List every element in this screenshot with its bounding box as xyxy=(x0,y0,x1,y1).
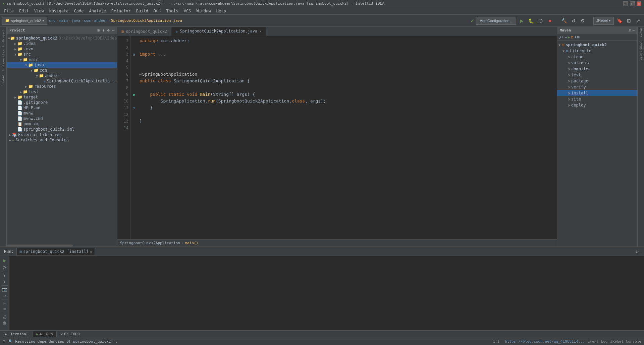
run-tab-install[interactable]: m springboot_quick2 [install] ✕ xyxy=(16,248,95,255)
menu-run[interactable]: Run xyxy=(151,8,164,14)
tree-item-pom[interactable]: 📋 pom.xml xyxy=(7,121,117,127)
tree-item-src[interactable]: ▼ 📁 src xyxy=(7,52,117,57)
jrebel-console-button[interactable]: JRebel Console xyxy=(610,339,641,344)
tree-item-iml[interactable]: 📄 springboot_quick2.iml xyxy=(7,127,117,132)
tree-item-mvn[interactable]: ▶ 📁 .mvn xyxy=(7,46,117,52)
bottom-tab-todo[interactable]: ✓ 6: TODO xyxy=(57,331,83,337)
tree-item-mvnw[interactable]: 📄 mvnw xyxy=(7,111,117,116)
run-play-button[interactable]: ▶ xyxy=(3,257,6,264)
expand-button[interactable]: ⤢ xyxy=(635,17,642,24)
project-close-icon[interactable]: — xyxy=(112,28,114,32)
debug-button[interactable]: 🐛 xyxy=(528,17,535,24)
run-split-button[interactable]: ⊢ xyxy=(3,301,6,305)
run-delete-button[interactable]: 🗑 xyxy=(3,321,7,325)
maven-lifecycle-item[interactable]: ▼ ⚙ Lifecycle xyxy=(557,48,637,54)
run-scroll-up-button[interactable]: ↑ xyxy=(3,273,6,278)
layout-button[interactable]: ⊞ xyxy=(625,17,633,24)
maven-add-icon[interactable]: + xyxy=(561,35,564,40)
maven-root-item[interactable]: ▼ m springboot_quick2 xyxy=(557,42,637,48)
setup-guide-sidebar-toggle[interactable]: Setup Guide xyxy=(639,41,643,61)
run-button[interactable]: ▶ xyxy=(518,17,526,24)
tree-item-ext-libs[interactable]: ▶ 📚 External Libraries xyxy=(7,132,117,137)
menu-tools[interactable]: Tools xyxy=(164,8,181,14)
bottom-tab-run[interactable]: ▶ 4: Run xyxy=(32,331,56,337)
project-sidebar-toggle[interactable]: 1: Project xyxy=(1,28,6,48)
tree-item-idea[interactable]: ▶ 📁 .idea xyxy=(7,41,117,46)
menu-vcs[interactable]: VCS xyxy=(181,8,194,14)
breadcrumb-main[interactable]: main xyxy=(59,18,68,23)
menu-window[interactable]: Window xyxy=(194,8,213,14)
event-log-button[interactable]: Event Log xyxy=(588,339,608,344)
tree-item-com[interactable]: ▼ 📁 com xyxy=(7,68,117,73)
menu-code[interactable]: Code xyxy=(71,8,87,14)
breadcrumb-ahdeer[interactable]: ahdeer xyxy=(94,18,108,23)
maven-expand-all-icon[interactable]: ⊞ xyxy=(577,35,579,40)
tree-item-scratches[interactable]: ▶ ✏ Scratches and Consoles xyxy=(7,137,117,143)
maven-verify-item[interactable]: ⚙ verify xyxy=(557,84,637,90)
add-configuration-button[interactable]: Add Configuration... xyxy=(476,17,516,25)
project-settings-icon[interactable]: ⚙ xyxy=(107,28,110,32)
stop-button[interactable]: ■ xyxy=(546,17,554,24)
tree-item-java[interactable]: ▼ 📁 java xyxy=(7,62,117,68)
jrebel-sidebar-toggle[interactable]: JRebel xyxy=(1,73,6,86)
maven-deploy-item[interactable]: ⚙ deploy xyxy=(557,102,637,108)
menu-edit[interactable]: Edit xyxy=(16,8,32,14)
tree-item-resources[interactable]: ▶ 📁 resources xyxy=(7,84,117,89)
run-with-coverage-button[interactable]: ⬡ xyxy=(537,17,544,24)
maven-sidebar-toggle[interactable]: Maven xyxy=(639,28,643,37)
tab-close-button[interactable]: ✕ xyxy=(259,29,261,33)
run-cols-button[interactable]: ≡ xyxy=(3,307,6,312)
run-scroll-down-button[interactable]: ↓ xyxy=(3,279,6,284)
bottom-tab-terminal[interactable]: ▶_ Terminal xyxy=(1,331,32,337)
status-url[interactable]: https://blog.csdn.net/qq_41868114... xyxy=(505,339,585,344)
tree-item-help[interactable]: 📄 HELP.md xyxy=(7,105,117,111)
project-sort-icon[interactable]: ↕ xyxy=(102,28,105,32)
bookmark-button[interactable]: 🔖 xyxy=(616,17,623,24)
tree-item-root[interactable]: ▼ 📁 springboot_quick2 D:\BackDevelop\IDE… xyxy=(7,36,117,41)
jrebel-button[interactable]: JRebel ▾ xyxy=(593,17,614,25)
project-selector-button[interactable]: 📁 springboot_quick2 ▾ xyxy=(2,17,47,25)
maven-download-icon[interactable]: ⬇ xyxy=(574,35,576,40)
menu-file[interactable]: File xyxy=(1,8,16,14)
maven-m-icon[interactable]: m xyxy=(571,35,573,40)
tab-maven[interactable]: m springboot_quick2 xyxy=(117,27,171,36)
maven-run-icon[interactable]: ▶ xyxy=(568,35,570,40)
breadcrumb-class[interactable]: SpringbootQuick2Application xyxy=(120,241,180,245)
maven-test-item[interactable]: ⚙ test xyxy=(557,72,637,78)
minimize-button[interactable]: — xyxy=(623,1,628,6)
favorites-sidebar-toggle[interactable]: 2: Favorites xyxy=(1,49,6,73)
refresh-button[interactable]: ↺ xyxy=(570,17,577,24)
close-button[interactable]: ✕ xyxy=(637,1,641,6)
menu-navigate[interactable]: Navigate xyxy=(47,8,71,14)
project-expand-icon[interactable]: ⊞ xyxy=(98,28,100,32)
settings-icon[interactable]: ⚙ xyxy=(579,17,587,24)
run-wrap-button[interactable]: ↵ xyxy=(3,293,6,298)
run-panel-settings-icon[interactable]: ⚙ xyxy=(636,249,638,254)
maven-refresh-icon[interactable]: ↺ xyxy=(558,35,561,40)
tree-item-app-java[interactable]: ☕ SpringbootQuick2Applicatio... xyxy=(7,78,117,84)
maximize-button[interactable]: □ xyxy=(630,1,635,6)
tree-item-test[interactable]: ▶ 📁 test xyxy=(7,89,117,94)
breadcrumb-file[interactable]: SpringbootQuick2Application.java xyxy=(111,18,182,23)
menu-refactor[interactable]: Refactor xyxy=(109,8,133,14)
build-button[interactable]: 🔨 xyxy=(560,17,568,24)
maven-site-item[interactable]: ⚙ site xyxy=(557,96,637,102)
maven-install-item[interactable]: ⚙ install xyxy=(557,90,637,96)
tree-item-main[interactable]: ▼ 📁 main xyxy=(7,57,117,62)
project-scrollbar-h[interactable] xyxy=(7,244,117,247)
menu-view[interactable]: View xyxy=(32,8,47,14)
breadcrumb-java[interactable]: java xyxy=(71,18,80,23)
tree-item-gitignore[interactable]: 📄 .gitignore xyxy=(7,100,117,105)
maven-compile-item[interactable]: ⚙ compile xyxy=(557,66,637,72)
tab-application-java[interactable]: ☕ SpringbootQuick2Application.java ✕ xyxy=(171,27,266,36)
maven-validate-item[interactable]: ⚙ validate xyxy=(557,60,637,66)
run-panel-minimize-icon[interactable]: — xyxy=(640,249,643,254)
run-tab-close-icon[interactable]: ✕ xyxy=(90,250,92,254)
menu-help[interactable]: Help xyxy=(214,8,229,14)
breadcrumb-method[interactable]: main() xyxy=(185,241,198,245)
code-content[interactable]: package com.ahdeer; import ... @SpringBo… xyxy=(137,36,557,239)
maven-settings-icon[interactable]: ⚙ xyxy=(629,28,631,32)
menu-build[interactable]: Build xyxy=(133,8,151,14)
menu-analyze[interactable]: Analyze xyxy=(86,8,109,14)
run-rerun-button[interactable]: ⟳ xyxy=(3,265,7,270)
